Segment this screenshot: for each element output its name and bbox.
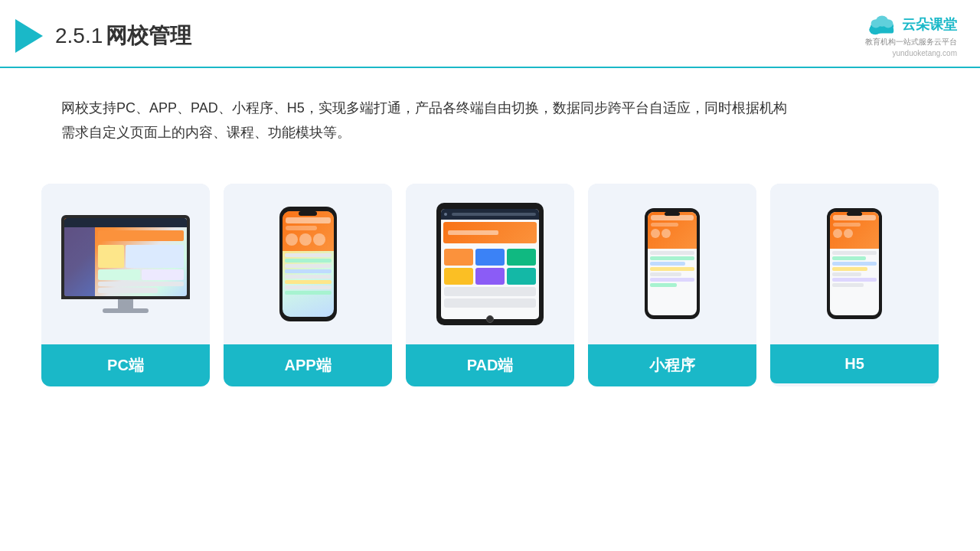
miniprogram-image-area — [588, 184, 756, 344]
pc-screen-bar — [64, 218, 187, 227]
tablet-header-bar — [441, 209, 539, 220]
phone-small-notch-h5 — [847, 212, 862, 216]
svg-point-5 — [884, 19, 893, 28]
card-pad: PAD端 — [406, 184, 574, 386]
device-phone-app — [279, 207, 337, 321]
pc-image-area — [41, 184, 210, 344]
description-line1: 网校支持PC、APP、PAD、小程序、H5，实现多端打通，产品各终端自由切换，数… — [61, 96, 942, 120]
cloud-icon — [867, 14, 897, 35]
pc-screen-body — [64, 227, 187, 296]
brand-logo-top: 云朵课堂 — [867, 14, 957, 35]
pc-base — [103, 308, 149, 313]
page-title-text: 网校管理 — [106, 24, 191, 47]
svg-point-6 — [871, 19, 881, 28]
page-title-number: 2.5.1 — [55, 24, 103, 47]
card-h5: H5 — [770, 184, 939, 386]
tablet-home-btn — [486, 315, 494, 323]
device-phone-miniprogram — [645, 208, 700, 319]
phone-bottom — [283, 251, 334, 297]
cards-section: PC端 — [0, 168, 980, 402]
card-app: APP端 — [224, 184, 392, 386]
card-label-app: APP端 — [224, 344, 392, 386]
card-label-h5: H5 — [770, 344, 939, 383]
brand-logo: 云朵课堂 教育机构一站式服务云平台 yunduoketang.com — [865, 14, 957, 57]
description: 网校支持PC、APP、PAD、小程序、H5，实现多端打通，产品各终端自由切换，数… — [0, 68, 980, 161]
h5-image-area — [770, 184, 939, 344]
pc-monitor — [61, 215, 190, 299]
card-label-miniprogram: 小程序 — [588, 344, 756, 386]
brand-url: yunduoketang.com — [892, 49, 957, 57]
phone-small-notch-mini — [665, 212, 680, 216]
pc-screen — [64, 218, 187, 296]
header-right: 云朵课堂 教育机构一站式服务云平台 yunduoketang.com — [865, 14, 957, 57]
card-pc: PC端 — [41, 184, 210, 386]
svg-rect-3 — [871, 28, 893, 34]
device-pc — [57, 215, 194, 313]
brand-tagline: 教育机构一站式服务云平台 — [865, 37, 957, 47]
pc-stand — [118, 299, 133, 308]
page-title: 2.5.1网校管理 — [55, 21, 191, 51]
header-left: 2.5.1网校管理 — [15, 19, 191, 53]
device-phone-h5 — [827, 208, 882, 319]
card-label-pad: PAD端 — [406, 344, 574, 386]
phone-notch-app — [299, 211, 317, 216]
header: 2.5.1网校管理 云朵课堂 教育机构一站式服务云平台 yunduoketang… — [0, 0, 980, 68]
pc-main — [95, 227, 187, 296]
card-miniprogram: 小程序 — [588, 184, 756, 386]
phone-banner — [283, 211, 334, 251]
card-label-pc: PC端 — [41, 344, 210, 386]
pad-image-area — [406, 184, 574, 344]
app-image-area — [224, 184, 392, 344]
tablet-content — [441, 246, 539, 311]
tablet-screen — [441, 209, 539, 319]
description-line2: 需求自定义页面上的内容、课程、功能模块等。 — [61, 120, 942, 145]
brand-name-text: 云朵课堂 — [902, 15, 957, 34]
play-arrow-icon — [15, 19, 43, 53]
pc-sidebar — [64, 227, 95, 296]
phone-screen-app — [283, 211, 334, 317]
device-tablet — [436, 203, 544, 325]
